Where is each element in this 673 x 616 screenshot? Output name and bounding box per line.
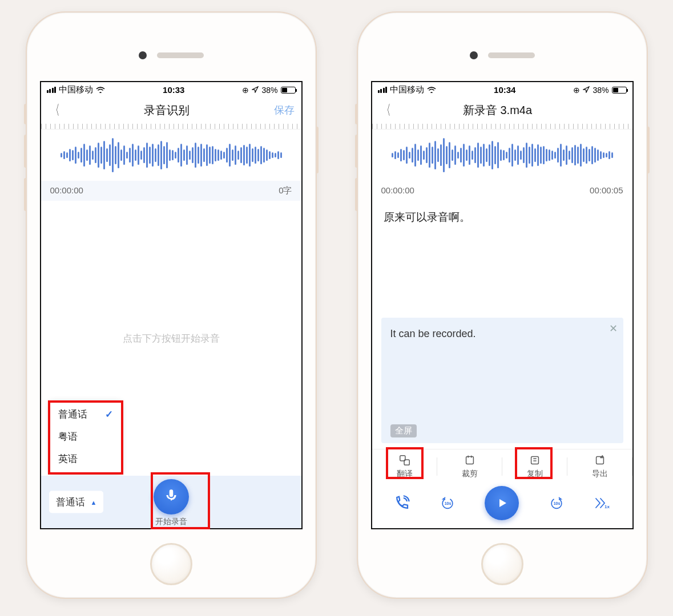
bottom-bar: 普通话 ▲ 开始录音 <box>41 476 301 528</box>
nav-bar: 〈 新录音 3.m4a <box>372 96 632 124</box>
wifi-icon <box>96 85 105 95</box>
lang-label: 粤语 <box>58 430 78 443</box>
check-icon: ✓ <box>105 408 113 420</box>
trim-icon <box>464 454 476 467</box>
status-bar: 中国移动 10:34 ⊕ 38% <box>372 82 632 96</box>
speaker-grille <box>488 52 535 58</box>
record-label: 开始录音 <box>155 517 187 527</box>
play-button[interactable] <box>485 486 519 520</box>
side-buttons <box>355 104 358 211</box>
record-button[interactable] <box>154 479 189 514</box>
svg-rect-3 <box>531 457 538 464</box>
lang-option-english[interactable]: 英语 <box>50 448 121 470</box>
signal-icon <box>47 87 57 93</box>
translate-button[interactable]: 翻译 <box>372 454 437 479</box>
svg-text:10s: 10s <box>554 501 561 505</box>
home-button[interactable] <box>150 543 192 585</box>
translate-icon <box>398 454 411 467</box>
battery-percent: 38% <box>593 86 608 95</box>
end-time: 00:00:05 <box>590 185 623 195</box>
forward-10s-button[interactable]: 10s <box>548 496 565 510</box>
save-button[interactable]: 保存 <box>269 103 295 117</box>
screen-right: 中国移动 10:34 ⊕ 38% 〈 新录音 3.m4a 00:00:00 00… <box>371 81 634 529</box>
location-icon <box>252 86 259 95</box>
battery-icon <box>281 87 296 94</box>
close-button[interactable]: ✕ <box>609 322 618 335</box>
location-icon <box>583 86 590 95</box>
status-right: ⊕ 38% <box>573 86 626 95</box>
phone-mockup-right: 中国移动 10:34 ⊕ 38% 〈 新录音 3.m4a 00:00:00 00… <box>357 11 648 599</box>
word-count: 0字 <box>279 185 292 196</box>
camera-dot <box>470 51 478 59</box>
status-right: ⊕ 38% <box>242 86 295 95</box>
power-button <box>647 127 650 173</box>
svg-rect-2 <box>466 457 473 464</box>
caret-up-icon: ▲ <box>91 499 97 505</box>
earpiece <box>470 51 535 59</box>
waveform-display <box>41 129 301 181</box>
toolbar-label: 复制 <box>527 469 543 479</box>
phone-audio-button[interactable] <box>393 495 410 512</box>
speaker-grille <box>157 52 204 58</box>
fullscreen-button[interactable]: 全屏 <box>390 424 417 437</box>
side-buttons <box>24 104 27 211</box>
battery-percent: 38% <box>261 86 277 95</box>
lang-option-cantonese[interactable]: 粤语 <box>50 425 121 448</box>
signal-icon <box>378 87 388 93</box>
playback-meta: 00:00:00 00:00:05 <box>372 181 632 200</box>
translation-text: It can be recorded. <box>390 328 614 340</box>
status-time: 10:33 <box>105 85 242 95</box>
back-button[interactable]: 〈 <box>382 101 392 119</box>
toolbar-label: 导出 <box>592 469 608 479</box>
content-area: 点击下方按钮开始录音 普通话 ✓ 粤语 英语 <box>41 201 301 476</box>
language-dropdown-menu[interactable]: 普通话 ✓ 粤语 英语 <box>50 401 121 472</box>
lang-option-mandarin[interactable]: 普通话 ✓ <box>50 403 121 425</box>
carrier-label: 中国移动 <box>59 84 93 95</box>
content-area: 原来可以录音啊。 ✕ It can be recorded. 全屏 <box>372 200 632 449</box>
carrier-label: 中国移动 <box>390 84 424 95</box>
alarm-icon: ⊕ <box>573 86 580 95</box>
export-icon <box>594 454 606 467</box>
play-icon <box>495 496 509 510</box>
status-left: 中国移动 <box>47 84 106 95</box>
microphone-icon <box>164 488 179 505</box>
wifi-icon <box>427 85 436 95</box>
screen-left: 中国移动 10:33 ⊕ 38% 〈 录音识别 保存 00:00:00 0字 <box>40 81 303 529</box>
back-button[interactable]: 〈 <box>51 101 61 119</box>
toolbar: 翻译 裁剪 复制 导出 <box>372 449 632 480</box>
rewind-10s-button[interactable]: 10s <box>439 496 456 510</box>
page-title: 录音识别 <box>64 103 269 118</box>
waveform-display <box>372 129 632 181</box>
export-button[interactable]: 导出 <box>567 454 632 479</box>
copy-icon <box>529 454 541 467</box>
copy-button[interactable]: 复制 <box>502 454 567 479</box>
elapsed-time: 00:00:00 <box>50 185 83 196</box>
status-left: 中国移动 <box>378 84 437 95</box>
lang-label: 英语 <box>58 452 78 465</box>
status-time: 10:34 <box>436 85 573 95</box>
playback-speed-button[interactable]: 1x <box>594 495 611 512</box>
player-bar: 10s 10s 1x <box>372 480 632 528</box>
lang-label: 普通话 <box>58 408 87 421</box>
timeline-ruler <box>372 124 632 129</box>
svg-text:1x: 1x <box>605 504 610 509</box>
power-button <box>316 127 319 173</box>
translation-panel: ✕ It can be recorded. 全屏 <box>381 318 623 443</box>
camera-dot <box>139 51 147 59</box>
toolbar-label: 翻译 <box>397 469 413 479</box>
language-selector[interactable]: 普通话 ▲ <box>49 491 104 513</box>
alarm-icon: ⊕ <box>242 86 249 95</box>
page-title: 新录音 3.m4a <box>395 103 601 118</box>
recording-meta: 00:00:00 0字 <box>41 181 301 201</box>
trim-button[interactable]: 裁剪 <box>437 454 502 479</box>
status-bar: 中国移动 10:33 ⊕ 38% <box>41 82 301 96</box>
earpiece <box>139 51 204 59</box>
phone-mockup-left: 中国移动 10:33 ⊕ 38% 〈 录音识别 保存 00:00:00 0字 <box>26 11 317 599</box>
battery-icon <box>612 87 627 94</box>
svg-text:10s: 10s <box>445 501 452 505</box>
record-control: 开始录音 <box>154 479 189 527</box>
nav-bar: 〈 录音识别 保存 <box>41 96 301 124</box>
transcript-text[interactable]: 原来可以录音啊。 <box>381 206 623 228</box>
home-button[interactable] <box>481 543 523 585</box>
language-selected: 普通话 <box>56 496 85 509</box>
